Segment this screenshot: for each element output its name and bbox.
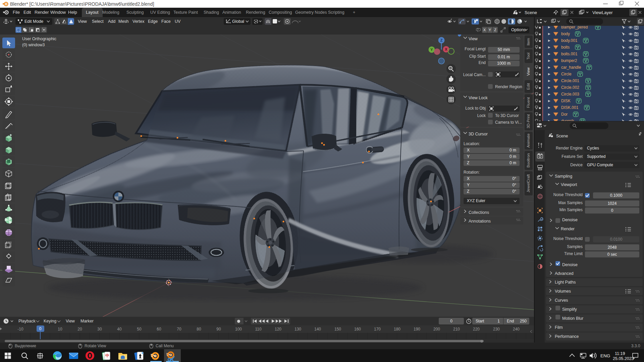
svg-text:Edit: Edit [526, 83, 530, 90]
svg-text:Advanced: Advanced [555, 271, 574, 276]
svg-text:50: 50 [137, 327, 142, 331]
svg-text:Item: Item [526, 38, 530, 45]
svg-text:DISK: DISK [561, 99, 571, 103]
svg-text:Max Samples: Max Samples [558, 200, 583, 205]
svg-text:Focal Lengt: Focal Lengt [465, 47, 486, 51]
svg-text:car_handle: car_handle [561, 65, 581, 70]
svg-text:210: 210 [453, 327, 460, 331]
svg-text:Samples: Samples [567, 244, 583, 249]
svg-text:中: 中 [105, 353, 109, 358]
svg-text:Circle.003: Circle.003 [561, 92, 579, 97]
svg-text:Render Region: Render Region [495, 84, 522, 89]
svg-text:Rotation:: Rotation: [464, 170, 480, 175]
svg-text:bolts: bolts [561, 45, 570, 50]
svg-text:3D Cursor: 3D Cursor [469, 132, 488, 136]
svg-text:Denoise: Denoise [562, 262, 578, 267]
svg-text:140: 140 [314, 327, 321, 331]
svg-text:Fluent: Fluent [526, 97, 530, 108]
svg-text:Camera to Vi...: Camera to Vi... [495, 120, 522, 125]
svg-text:Viewport: Viewport [561, 182, 577, 187]
svg-text:25.05.2023: 25.05.2023 [613, 356, 634, 361]
svg-text:3D-Print: 3D-Print [526, 114, 530, 128]
svg-text:150: 150 [334, 327, 341, 331]
svg-text:30: 30 [97, 327, 102, 331]
svg-text:0: 0 [39, 326, 42, 331]
svg-text:Clip Start: Clip Start [469, 54, 486, 59]
svg-text:90: 90 [216, 327, 221, 331]
svg-text:160: 160 [354, 327, 361, 331]
svg-text:110: 110 [255, 327, 261, 331]
svg-text:130: 130 [294, 327, 301, 331]
svg-text:View Lock: View Lock [469, 96, 488, 100]
svg-text:200: 200 [433, 327, 440, 331]
svg-text:Local Cam...: Local Cam... [463, 72, 486, 77]
svg-text:View: View [469, 37, 478, 41]
svg-text:bumper2: bumper2 [561, 58, 577, 63]
svg-text:Booltron: Booltron [526, 153, 530, 168]
svg-text:230: 230 [493, 327, 500, 331]
svg-text:DISK.001: DISK.001 [561, 105, 579, 110]
svg-text:Render: Render [561, 227, 575, 231]
svg-text:Performance: Performance [555, 334, 579, 339]
svg-text:Denoise: Denoise [562, 218, 578, 222]
svg-text:Animate: Animate [526, 133, 530, 147]
svg-text:240: 240 [513, 327, 520, 331]
svg-text:10: 10 [58, 327, 62, 331]
svg-text:Time Limit: Time Limit [564, 251, 583, 256]
svg-text:-10: -10 [17, 327, 23, 331]
svg-text:Curves: Curves [555, 298, 568, 303]
svg-text:JewelCraft: JewelCraft [526, 174, 530, 192]
svg-text:Lock: Lock [477, 113, 486, 118]
svg-text:ENG: ENG [600, 353, 610, 358]
svg-text:170: 170 [374, 327, 381, 331]
svg-text:Sampling: Sampling [555, 174, 572, 179]
svg-text:11:19: 11:19 [615, 351, 625, 356]
svg-text:Noise Threshold: Noise Threshold [553, 192, 583, 197]
svg-text:dvornik: dvornik [561, 119, 575, 121]
svg-text:70: 70 [177, 327, 181, 331]
svg-text:220: 220 [473, 327, 480, 331]
svg-text:bolts.001: bolts.001 [561, 52, 578, 56]
svg-text:180: 180 [394, 327, 400, 331]
svg-text:Simplify: Simplify [562, 307, 577, 312]
svg-text:Tool: Tool [526, 53, 530, 60]
svg-text:20: 20 [77, 327, 82, 331]
svg-text:Dor: Dor [561, 112, 568, 117]
svg-text:Circle.001: Circle.001 [561, 78, 579, 83]
svg-text:Annotations: Annotations [469, 219, 491, 224]
svg-text:Collections: Collections [469, 210, 489, 215]
svg-text:120: 120 [275, 327, 281, 331]
svg-text:80: 80 [197, 327, 201, 331]
svg-text:Location:: Location: [464, 141, 480, 146]
svg-text:Lock to Obj: Lock to Obj [465, 106, 486, 111]
svg-text:X: X [445, 47, 447, 51]
svg-text:60: 60 [157, 327, 161, 331]
svg-text:Volumes: Volumes [555, 289, 571, 294]
svg-text:190: 190 [414, 327, 420, 331]
svg-text:Noise Threshold: Noise Threshold [553, 236, 583, 241]
svg-text:Z: Z [440, 38, 443, 42]
svg-text:Min Samples: Min Samples [559, 207, 583, 212]
svg-text:Light Paths: Light Paths [555, 280, 576, 285]
svg-text:End: End [479, 60, 486, 65]
svg-text:body: body [561, 32, 570, 36]
svg-text:Film: Film [555, 325, 563, 330]
svg-text:Circle: Circle [561, 72, 572, 76]
svg-text:Y: Y [430, 48, 433, 52]
svg-text:To 3D Cursor: To 3D Cursor [495, 113, 519, 118]
svg-text:View: View [526, 67, 530, 75]
svg-text:Circle.002: Circle.002 [561, 85, 579, 90]
svg-text:body.001: body.001 [561, 38, 578, 43]
svg-text:40: 40 [117, 327, 122, 331]
svg-text:100: 100 [235, 327, 242, 331]
svg-text:Motion Blur: Motion Blur [562, 316, 583, 321]
